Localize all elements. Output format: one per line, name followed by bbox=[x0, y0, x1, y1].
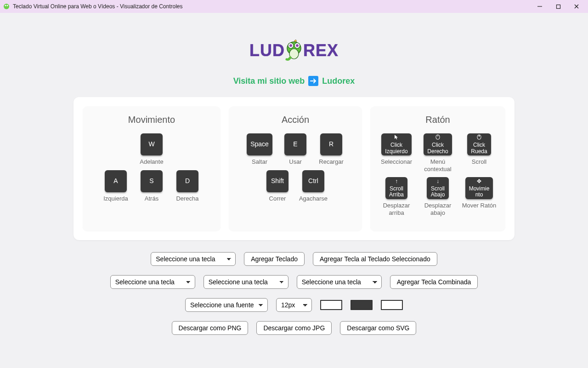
select-key-combo-3[interactable]: Seleccione una tecla bbox=[297, 275, 382, 289]
svg-point-2 bbox=[7, 5, 8, 6]
key-shift[interactable]: Shift bbox=[266, 170, 288, 192]
key-click-wheel[interactable]: Click Rueda bbox=[467, 133, 491, 155]
logo-mascot-icon bbox=[284, 39, 304, 64]
window-title: Teclado Virtual Online para Web o Vídeos… bbox=[13, 3, 531, 10]
caption-click-left: Seleccionar bbox=[381, 158, 412, 166]
page-body: LUD REX Visita mi sitio web Ludorex bbox=[0, 13, 588, 368]
section-title-action: Acción bbox=[233, 115, 357, 125]
caption-click-right: Menú contextual bbox=[419, 158, 456, 172]
download-svg-button[interactable]: Descargar como SVG bbox=[340, 321, 416, 335]
caption-d: Derecha bbox=[176, 195, 198, 202]
window-minimize-button[interactable] bbox=[536, 2, 544, 11]
caption-ctrl: Agacharse bbox=[299, 195, 328, 202]
color-swatch-3[interactable] bbox=[381, 300, 403, 310]
caption-w: Adelante bbox=[140, 158, 163, 166]
section-mouse: Ratón Click Izquierdo Seleccionar bbox=[370, 106, 505, 231]
mouse-icon bbox=[435, 134, 440, 141]
window-maximize-button[interactable] bbox=[554, 2, 562, 11]
visit-site-link[interactable]: Ludorex bbox=[322, 76, 355, 86]
svg-point-1 bbox=[5, 5, 6, 6]
download-png-button[interactable]: Descargar como PNG bbox=[172, 321, 249, 335]
key-d[interactable]: D bbox=[176, 170, 198, 192]
add-key-to-selected-button[interactable]: Agregar Tecla al Teclado Seleccionado bbox=[313, 252, 437, 266]
key-s[interactable]: S bbox=[141, 170, 163, 192]
arrow-up-icon: ↑ bbox=[395, 178, 398, 184]
caption-mouse-move: Mover Ratón bbox=[462, 202, 496, 209]
visit-prefix: Visita mi sitio web bbox=[233, 76, 305, 86]
main-panel: Movimiento W Adelante A Izquierda S Atrá… bbox=[74, 97, 514, 240]
caption-scroll-up: Desplazar arriba bbox=[378, 202, 415, 216]
select-key-1[interactable]: Seleccione una tecla bbox=[151, 252, 236, 266]
key-r[interactable]: R bbox=[320, 133, 342, 155]
section-action: Acción Space Saltar E Usar R Recargar Sh… bbox=[229, 106, 362, 231]
caption-scroll-down: Desplazar abajo bbox=[419, 202, 456, 216]
download-jpg-button[interactable]: Descargar como JPG bbox=[256, 321, 332, 335]
select-key-combo-2[interactable]: Seleccione una tecla bbox=[204, 275, 288, 289]
key-click-left[interactable]: Click Izquierdo bbox=[381, 133, 411, 155]
svg-rect-16 bbox=[479, 135, 480, 137]
key-e[interactable]: E bbox=[284, 133, 306, 155]
arrow-down-icon: ↓ bbox=[436, 178, 439, 184]
key-click-right[interactable]: Click Derecho bbox=[424, 133, 452, 155]
logo-container: LUD REX bbox=[0, 13, 588, 63]
caption-a: Izquierda bbox=[103, 195, 128, 202]
key-w[interactable]: W bbox=[141, 133, 163, 155]
caption-space: Saltar bbox=[252, 158, 267, 166]
arrow-right-icon bbox=[308, 76, 318, 86]
svg-point-10 bbox=[289, 44, 292, 47]
visit-site-row: Visita mi sitio web Ludorex bbox=[0, 63, 588, 86]
section-movement: Movimiento W Adelante A Izquierda S Atrá… bbox=[83, 106, 220, 231]
move-icon: ✥ bbox=[477, 178, 481, 184]
key-mouse-move[interactable]: ✥ Movimie nto bbox=[465, 177, 493, 199]
select-font[interactable]: Seleccione una fuente bbox=[185, 298, 268, 312]
caption-s: Atrás bbox=[145, 195, 158, 202]
color-swatch-1[interactable] bbox=[320, 300, 342, 310]
section-title-mouse: Ratón bbox=[375, 115, 501, 125]
logo-text-left: LUD bbox=[249, 41, 285, 60]
window-titlebar: Teclado Virtual Online para Web o Vídeos… bbox=[0, 0, 588, 13]
brand-logo: LUD REX bbox=[249, 38, 339, 63]
section-title-movement: Movimiento bbox=[87, 115, 216, 125]
svg-point-0 bbox=[4, 4, 9, 9]
select-key-combo-1[interactable]: Seleccione una tecla bbox=[110, 275, 195, 289]
window-close-button[interactable] bbox=[572, 2, 581, 11]
caption-r: Recargar bbox=[319, 158, 343, 166]
svg-rect-4 bbox=[556, 5, 560, 8]
key-scroll-up[interactable]: ↑ Scroll Arriba bbox=[385, 177, 407, 199]
logo-text-right: REX bbox=[303, 41, 339, 60]
key-scroll-down[interactable]: ↓ Scroll Abajo bbox=[427, 177, 449, 199]
caption-shift: Correr bbox=[269, 195, 286, 202]
mouse-icon bbox=[477, 134, 481, 141]
key-space[interactable]: Space bbox=[247, 133, 272, 155]
controls-area: Seleccione una tecla Agregar Teclado Agr… bbox=[0, 240, 588, 335]
key-ctrl[interactable]: Ctrl bbox=[302, 170, 324, 192]
key-a[interactable]: A bbox=[105, 170, 127, 192]
cursor-icon bbox=[394, 134, 399, 141]
app-favicon bbox=[3, 3, 10, 10]
caption-e: Usar bbox=[289, 158, 301, 166]
add-keyboard-button[interactable]: Agregar Teclado bbox=[244, 252, 305, 266]
svg-point-11 bbox=[296, 44, 299, 47]
color-swatch-2[interactable] bbox=[351, 300, 373, 310]
select-font-size[interactable]: 12px bbox=[276, 298, 312, 312]
add-combined-key-button[interactable]: Agregar Tecla Combinada bbox=[390, 275, 478, 289]
caption-click-wheel: Scroll bbox=[472, 158, 487, 166]
